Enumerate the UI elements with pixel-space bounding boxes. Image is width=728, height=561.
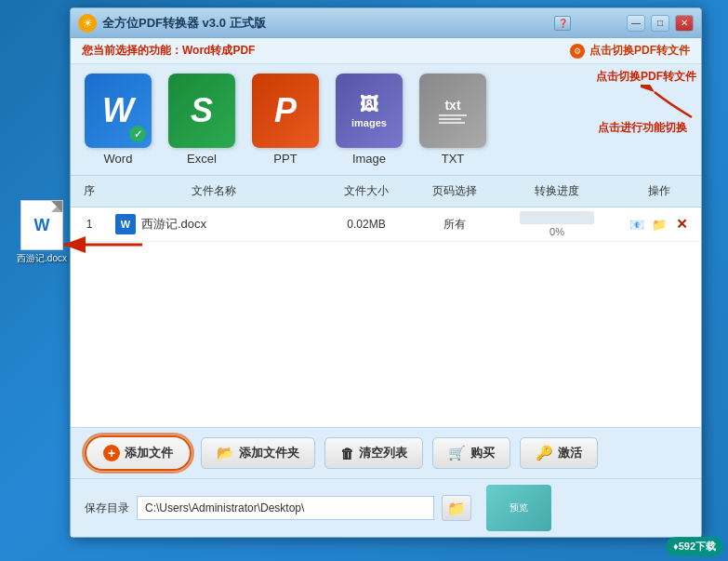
save-path-input[interactable] [137, 496, 434, 520]
browse-folder-button[interactable]: 📁 [442, 495, 471, 521]
format-excel[interactable]: S Excel [168, 73, 235, 166]
switch-pdf-button[interactable]: ⚙ 点击切换PDF转文件 [570, 43, 690, 59]
image-icon-img: 🖼 images [336, 73, 403, 148]
format-txt[interactable]: txt TXT [419, 73, 486, 166]
txt-label: TXT [442, 152, 465, 166]
title-bar: ☀ 全方位PDF转换器 v3.0 正式版 ❓ — □ ✕ [71, 8, 701, 38]
progress-bar [520, 211, 594, 224]
buy-button[interactable]: 🛒 购买 [432, 437, 510, 469]
open-folder-btn[interactable]: 📁 [650, 215, 668, 234]
image-label: Image [352, 152, 386, 166]
app-icon: ☀ [78, 14, 97, 33]
bottom-buttons: + 添加文件 📂 添加文件夹 🗑 清空列表 🛒 购买 🔑 激活 [71, 427, 701, 478]
table-row: 1 W 西游记.docx 0.02MB 所有 0% [71, 207, 701, 242]
table-header: 序 文件名称 文件大小 页码选择 转换进度 操作 [71, 176, 701, 207]
clear-list-button[interactable]: 🗑 清空列表 [324, 437, 423, 469]
app-window: ☀ 全方位PDF转换器 v3.0 正式版 ❓ — □ ✕ 您当前选择的功能：Wo… [70, 7, 702, 538]
image-icon-symbol: 🖼 [360, 94, 378, 115]
th-filename: 文件名称 [108, 180, 320, 202]
th-index: 序 [71, 180, 108, 202]
annotation-top-right: 点击切换PDF转文件 [596, 69, 696, 122]
annotation-middle: 点击进行功能切换 [598, 120, 687, 136]
activate-label: 激活 [558, 445, 582, 461]
format-image[interactable]: 🖼 images Image [336, 73, 403, 166]
table-body: 1 W 西游记.docx 0.02MB 所有 0% [71, 207, 701, 427]
th-actions: 操作 [617, 180, 701, 202]
window-controls: ❓ — □ ✕ [627, 15, 694, 32]
save-path-bar: 保存目录 📁 预览 [71, 478, 701, 537]
clear-label: 清空列表 [359, 445, 407, 461]
switch-pdf-label: 点击切换PDF转文件 [589, 43, 690, 59]
add-folder-icon: 📂 [217, 445, 234, 461]
word-label: Word [104, 152, 133, 166]
watermark-badge: ♦592下载 [666, 537, 723, 556]
annotation-top-right-text: 点击切换PDF转文件 [596, 69, 696, 85]
add-file-icon: + [103, 445, 120, 461]
add-file-button[interactable]: + 添加文件 [85, 435, 192, 471]
excel-label: Excel [187, 152, 217, 166]
excel-letter: S [191, 91, 213, 130]
txt-icon-img: txt [419, 73, 486, 148]
ppt-letter: P [274, 91, 297, 130]
current-function-label: 您当前选择的功能：Word转成PDF [82, 43, 255, 59]
add-folder-button[interactable]: 📂 添加文件夹 [201, 437, 315, 469]
open-file-btn[interactable]: 📧 [628, 215, 646, 234]
gear-icon: ⚙ [570, 44, 585, 59]
top-bar: 您当前选择的功能：Word转成PDF ⚙ 点击切换PDF转文件 [71, 38, 701, 64]
row-filename: 西游记.docx [141, 216, 206, 233]
add-button-ring [82, 433, 194, 474]
close-button[interactable]: ✕ [675, 15, 694, 32]
app-title: 全方位PDF转换器 v3.0 正式版 [102, 15, 266, 32]
th-size: 文件大小 [320, 180, 413, 202]
activate-icon: 🔑 [536, 445, 553, 461]
progress-text: 0% [549, 226, 564, 237]
remove-file-btn[interactable]: ✕ [672, 215, 691, 234]
word-check-badge: ✓ [129, 126, 146, 142]
title-bar-left: ☀ 全方位PDF转换器 v3.0 正式版 [78, 14, 266, 33]
format-ppt[interactable]: P PPT [252, 73, 319, 166]
row-action-buttons: 📧 📁 ✕ [622, 215, 696, 234]
annotation-middle-text: 点击进行功能切换 [598, 120, 687, 136]
clear-icon: 🗑 [340, 446, 354, 461]
thumbnail-preview: 预览 [486, 485, 551, 531]
row-actions-cell: 📧 📁 ✕ [617, 211, 701, 237]
th-progress: 转换进度 [496, 180, 617, 202]
add-folder-label: 添加文件夹 [239, 445, 299, 461]
word-letter: W [102, 91, 134, 130]
function-prefix: 您当前选择的功能： [82, 44, 182, 57]
row-progress-cell: 0% [496, 207, 617, 241]
row-pages: 所有 [413, 213, 496, 236]
save-directory-label: 保存目录 [85, 501, 129, 516]
function-highlight: Word转成PDF [182, 44, 255, 57]
buy-label: 购买 [470, 445, 495, 461]
activate-button[interactable]: 🔑 激活 [520, 437, 598, 469]
title-help-btn[interactable]: ❓ [554, 16, 571, 31]
word-icon-img: W ✓ [85, 73, 152, 148]
format-word[interactable]: W ✓ Word [85, 73, 152, 166]
ppt-label: PPT [273, 152, 297, 166]
file-table-area: 序 文件名称 文件大小 页码选择 转换进度 操作 1 W 西游记.docx 0.… [71, 176, 701, 427]
ppt-icon-img: P [252, 73, 319, 148]
buy-icon: 🛒 [448, 445, 466, 461]
minimize-button[interactable]: — [627, 15, 645, 32]
excel-icon-img: S [168, 73, 235, 148]
row-size: 0.02MB [320, 214, 413, 234]
maximize-button[interactable]: □ [651, 15, 669, 32]
file-arrow-annotation [54, 231, 147, 262]
add-file-label: 添加文件 [125, 445, 173, 461]
th-pages: 页码选择 [413, 180, 496, 202]
